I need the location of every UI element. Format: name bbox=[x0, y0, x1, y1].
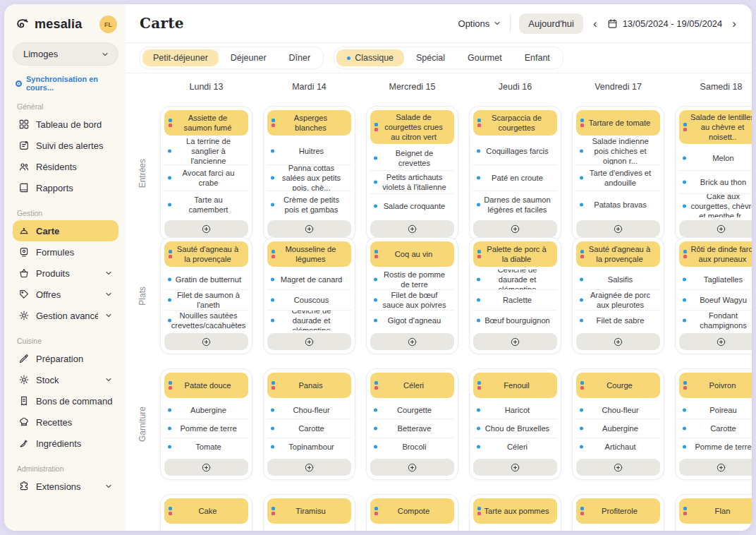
menu-item[interactable]: Tagliatelles bbox=[679, 270, 752, 290]
sidebar-item-gestion-avancee[interactable]: Gestion avancée bbox=[13, 305, 118, 326]
menu-item[interactable]: Araignée de porc aux pleurotes bbox=[576, 290, 660, 311]
menu-item[interactable]: Mousse au chocolat bbox=[473, 527, 557, 531]
add-item-button[interactable] bbox=[679, 459, 752, 476]
menu-item[interactable]: Bœuf bourguignon bbox=[473, 311, 557, 330]
menu-item[interactable]: Patatas bravas bbox=[576, 191, 660, 217]
menu-item[interactable]: Panna cotta bbox=[370, 527, 454, 531]
today-button[interactable]: Aujourd'hui bbox=[519, 13, 583, 34]
menu-cell-header[interactable]: Profiterole bbox=[576, 498, 660, 524]
menu-item[interactable]: Tarte au camembert bbox=[164, 191, 248, 217]
menu-item[interactable]: Betterave bbox=[370, 419, 454, 438]
menu-item[interactable]: Panna cottas salées aux petits pois, chè… bbox=[267, 165, 351, 192]
menu-item[interactable]: Cake aux courgettes, chèvre et menthe fr… bbox=[679, 194, 752, 217]
menu-cell-header[interactable]: Sauté d'agneau à la provençale bbox=[164, 241, 248, 267]
add-item-button[interactable] bbox=[267, 459, 351, 476]
menu-item[interactable]: Filet de saumon à l'aneth bbox=[164, 290, 248, 311]
add-item-button[interactable] bbox=[473, 220, 557, 237]
menu-item[interactable]: Gigot d'agneau bbox=[370, 311, 454, 330]
menu-item[interactable]: Gâteau au chocolat bbox=[164, 527, 248, 531]
tab-enfant[interactable]: Enfant bbox=[514, 49, 561, 66]
sidebar-item-suivi-des-alertes[interactable]: Suivi des alertes bbox=[13, 135, 118, 156]
menu-item[interactable]: Crème de petits pois et gambas bbox=[267, 191, 351, 217]
sidebar-item-ingredients[interactable]: Ingrédients bbox=[13, 433, 118, 454]
menu-cell-header[interactable]: Salade de courgettes crues au citron ver… bbox=[370, 110, 454, 144]
sidebar-item-carte[interactable]: Carte bbox=[13, 220, 118, 241]
tab-diner[interactable]: Dîner bbox=[279, 49, 322, 66]
tab-dejeuner[interactable]: Déjeuner bbox=[220, 49, 277, 66]
menu-item[interactable]: Crème caramel bbox=[679, 527, 752, 531]
menu-item[interactable]: Brocoli bbox=[370, 438, 454, 456]
menu-cell-header[interactable]: Céleri bbox=[370, 373, 454, 398]
menu-cell-header[interactable]: Poivron bbox=[679, 373, 752, 398]
menu-item[interactable]: Poireau bbox=[679, 401, 752, 419]
menu-cell-header[interactable]: Sauté d'agneau à la provençale bbox=[576, 241, 660, 267]
menu-cell-header[interactable]: Flan bbox=[679, 498, 752, 524]
menu-cell-header[interactable]: Assiette de saumon fumé bbox=[164, 110, 248, 136]
add-item-button[interactable] bbox=[267, 333, 351, 350]
add-item-button[interactable] bbox=[576, 220, 660, 237]
add-item-button[interactable] bbox=[576, 459, 660, 476]
menu-item[interactable]: Carotte bbox=[267, 419, 351, 438]
add-item-button[interactable] bbox=[370, 459, 454, 476]
menu-cell-header[interactable]: Panais bbox=[267, 373, 351, 398]
menu-item[interactable]: Petits artichauts violets à l'italienne bbox=[370, 171, 454, 195]
menu-item[interactable]: Rostis de pomme de terre bbox=[370, 270, 454, 290]
menu-item[interactable]: Haricot bbox=[473, 401, 557, 419]
sidebar-item-tableau-de-bord[interactable]: Tableau de bord bbox=[13, 114, 118, 135]
menu-cell-header[interactable]: Mousseline de légumes bbox=[267, 241, 351, 267]
menu-item[interactable]: Salade croquante bbox=[370, 194, 454, 217]
sidebar-item-produits[interactable]: Produits bbox=[13, 263, 118, 284]
menu-cell-header[interactable]: Scarpaccia de courgettes bbox=[473, 110, 557, 136]
menu-cell-header[interactable]: Compote bbox=[370, 498, 454, 524]
menu-item[interactable]: Courgette bbox=[370, 401, 454, 419]
menu-cell-header[interactable]: Palette de porc à la diable bbox=[473, 241, 557, 267]
sidebar-item-offres[interactable]: Offres bbox=[13, 284, 118, 305]
menu-item[interactable]: Beignet bbox=[576, 527, 660, 531]
tab-gourmet[interactable]: Gourmet bbox=[457, 49, 513, 66]
menu-item[interactable]: Ceviche de daurade et clémentine bbox=[267, 311, 351, 330]
menu-item[interactable]: Filet de bœuf sauce aux poivres bbox=[370, 290, 454, 311]
menu-item[interactable]: Magret de canard bbox=[267, 270, 351, 290]
location-select[interactable]: Limoges bbox=[13, 42, 118, 66]
sidebar-item-residents[interactable]: Résidents bbox=[13, 156, 118, 177]
menu-cell-header[interactable]: Rôti de dinde farci aux pruneaux bbox=[679, 241, 752, 267]
menu-cell-header[interactable]: Asperges blanches bbox=[267, 110, 351, 136]
sidebar-item-stock[interactable]: Stock bbox=[13, 369, 118, 390]
add-item-button[interactable] bbox=[370, 333, 454, 350]
menu-item[interactable]: Tarte d'endives et andouille bbox=[576, 165, 660, 192]
add-item-button[interactable] bbox=[576, 333, 660, 350]
date-range-picker[interactable]: 13/05/2024 - 19/05/2024 bbox=[607, 18, 723, 29]
menu-item[interactable]: Chou-fleur bbox=[267, 401, 351, 419]
menu-item[interactable]: Coquillages farcis bbox=[473, 138, 557, 165]
menu-item[interactable]: Carotte bbox=[679, 419, 752, 438]
menu-item[interactable]: Paté en croute bbox=[473, 165, 557, 192]
add-item-button[interactable] bbox=[679, 220, 752, 237]
menu-item[interactable]: Salade indienne pois chiches et oignon r… bbox=[576, 138, 660, 165]
add-item-button[interactable] bbox=[473, 459, 557, 476]
menu-cell-header[interactable]: Cake bbox=[164, 498, 248, 524]
menu-item[interactable]: Chou-fleur bbox=[576, 401, 660, 419]
menu-item[interactable]: Couscous bbox=[267, 290, 351, 311]
menu-item[interactable]: Pomme de terre bbox=[164, 419, 248, 438]
menu-item[interactable]: Melon bbox=[679, 147, 752, 171]
add-item-button[interactable] bbox=[267, 220, 351, 237]
add-item-button[interactable] bbox=[473, 333, 557, 350]
menu-item[interactable]: Pomme de terre bbox=[679, 438, 752, 456]
prev-week-button[interactable]: ‹ bbox=[592, 18, 599, 30]
menu-cell-header[interactable]: Patate douce bbox=[164, 373, 248, 398]
menu-cell-header[interactable]: Tartare de tomate bbox=[576, 110, 660, 136]
menu-item[interactable]: Aubergine bbox=[576, 419, 660, 438]
menu-cell-header[interactable]: Fenouil bbox=[473, 373, 557, 398]
add-item-button[interactable] bbox=[370, 220, 454, 237]
menu-item[interactable]: Raclette bbox=[473, 290, 557, 311]
add-item-button[interactable] bbox=[679, 333, 752, 350]
menu-item[interactable]: La terrine de sanglier à l'ancienne bbox=[164, 138, 248, 165]
sidebar-item-formules[interactable]: Formules bbox=[13, 241, 118, 263]
menu-cell-header[interactable]: Coq au vin bbox=[370, 241, 454, 267]
tab-petit-dejeuner[interactable]: Petit-déjeuner bbox=[142, 49, 219, 66]
menu-cell-header[interactable]: Tarte aux pommes bbox=[473, 498, 557, 524]
sidebar-item-bons-de-commandes[interactable]: Bons de commandes bbox=[13, 390, 118, 411]
menu-item[interactable]: Nouilles sautées crevettes/cacahuètes bbox=[164, 311, 248, 330]
menu-item[interactable]: Filet de sabre bbox=[576, 311, 660, 330]
add-item-button[interactable] bbox=[164, 333, 248, 350]
